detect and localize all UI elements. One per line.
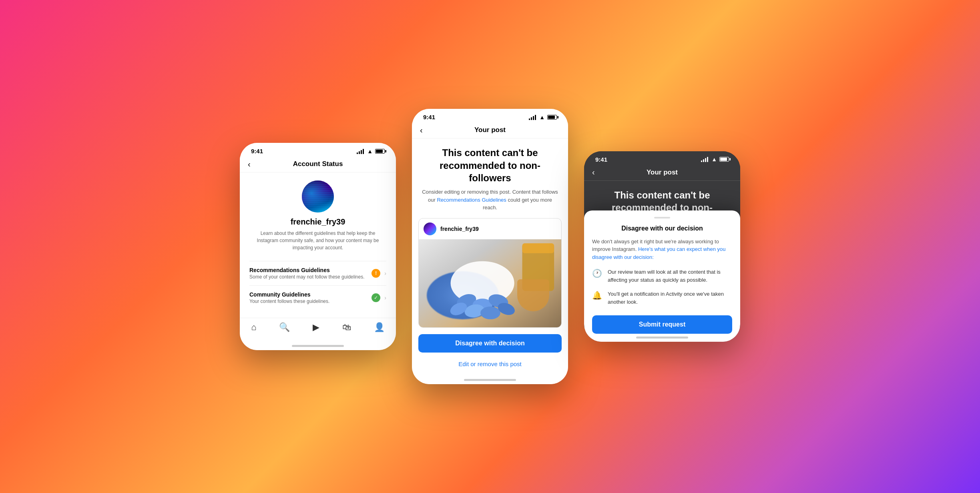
submit-request-button[interactable]: Submit request — [592, 315, 732, 334]
bottom-nav: ⌂ 🔍 ▶ 🛍 👤 — [240, 318, 396, 337]
phone-account-status: 9:41 ▲ ‹ Account Status frenchie_fry39 L… — [240, 143, 396, 350]
signal-icon-1 — [357, 148, 364, 154]
cant-recommend-desc: Consider editing or removing this post. … — [422, 188, 558, 212]
battery-icon-2 — [547, 115, 557, 120]
community-subtitle: Your content follows these guidelines. — [249, 299, 372, 304]
profile-icon[interactable]: 👤 — [374, 322, 385, 333]
battery-icon-1 — [375, 149, 385, 154]
chevron-right-icon: › — [384, 270, 386, 277]
nav-bar-1: ‹ Account Status — [240, 156, 396, 172]
avatar — [302, 180, 334, 212]
svg-point-7 — [480, 307, 500, 319]
phone-your-post: 9:41 ▲ ‹ Your post This content can't be… — [412, 109, 568, 384]
post-image — [419, 239, 561, 327]
status-time-2: 9:41 — [423, 114, 435, 120]
bottom-bar-2 — [412, 371, 568, 384]
nav-title-2: Your post — [474, 126, 506, 134]
modal-item-notification: 🔔 You'll get a notification in Activity … — [592, 290, 732, 306]
disagree-modal-sheet: Disagree with our decision We don't alwa… — [584, 210, 740, 342]
status-bar-1: 9:41 ▲ — [240, 143, 396, 156]
svg-point-3 — [455, 291, 478, 310]
nav-title-1: Account Status — [293, 160, 343, 168]
chevron-right-icon-2: › — [384, 295, 386, 301]
community-title: Community Guidelines — [249, 291, 372, 298]
wifi-icon-2: ▲ — [539, 114, 545, 120]
recommendations-title: Recommendations Guidelines — [249, 267, 372, 273]
nav-bar-3: ‹ Your post — [584, 164, 740, 181]
recommendations-subtitle: Some of your content may not follow thes… — [249, 274, 372, 280]
battery-icon-3 — [719, 157, 729, 162]
phone-disagree-modal: 9:41 ▲ ‹ Your post This content can't be… — [584, 151, 740, 342]
modal-item-review-text: Our review team will look at all the con… — [608, 268, 732, 284]
svg-rect-1 — [522, 243, 554, 253]
svg-rect-0 — [522, 243, 554, 291]
post-avatar — [424, 222, 436, 235]
status-icons-3: ▲ — [701, 156, 729, 162]
signal-icon-3 — [701, 156, 708, 162]
svg-point-8 — [448, 300, 469, 318]
reels-icon[interactable]: ▶ — [313, 322, 319, 333]
svg-point-9 — [496, 301, 516, 317]
signal-icon-2 — [529, 114, 536, 120]
shop-icon[interactable]: 🛍 — [342, 322, 351, 333]
bottom-bar-1 — [240, 337, 396, 350]
status-bar-2: 9:41 ▲ — [412, 109, 568, 122]
nav-bar-2: ‹ Your post — [412, 122, 568, 138]
svg-point-6 — [464, 303, 485, 319]
guidelines-list: Recommendations Guidelines Some of your … — [249, 261, 386, 310]
home-icon[interactable]: ⌂ — [251, 322, 256, 333]
back-button-1[interactable]: ‹ — [248, 160, 251, 169]
svg-point-2 — [451, 261, 514, 305]
status-icons-2: ▲ — [529, 114, 557, 120]
recommendations-guidelines-item[interactable]: Recommendations Guidelines Some of your … — [249, 261, 386, 285]
edit-remove-button[interactable]: Edit or remove this post — [412, 357, 568, 371]
wifi-icon-1: ▲ — [367, 148, 373, 154]
disagree-button[interactable]: Disagree with decision — [418, 334, 562, 353]
home-indicator-2 — [464, 379, 516, 381]
back-button-2[interactable]: ‹ — [420, 126, 423, 135]
svg-point-4 — [472, 299, 492, 311]
modal-item-notification-text: You'll get a notification in Activity on… — [608, 290, 732, 306]
account-status-content: frenchie_fry39 Learn about the different… — [240, 172, 396, 318]
home-indicator-1 — [292, 345, 344, 347]
modal-handle — [654, 217, 670, 218]
your-post-content: This content can't be recommended to non… — [412, 138, 568, 370]
home-indicator-3 — [636, 337, 688, 339]
svg-point-5 — [487, 292, 510, 310]
cant-recommend-title: This content can't be recommended to non… — [422, 146, 558, 184]
clock-icon: 🕐 — [592, 269, 602, 278]
wifi-icon-3: ▲ — [711, 156, 717, 162]
status-icons-1: ▲ — [357, 148, 385, 154]
warning-icon: ! — [372, 269, 380, 278]
check-icon: ✓ — [372, 293, 380, 302]
back-button-3[interactable]: ‹ — [592, 168, 595, 177]
username: frenchie_fry39 — [291, 217, 345, 226]
status-time-1: 9:41 — [251, 148, 263, 154]
search-icon[interactable]: 🔍 — [279, 322, 290, 333]
status-bar-3: 9:41 ▲ — [584, 151, 740, 164]
bell-icon: 🔔 — [592, 291, 602, 300]
account-description: Learn about the different guidelines tha… — [249, 230, 386, 251]
nav-title-3: Your post — [647, 168, 678, 176]
status-time-3: 9:41 — [595, 156, 607, 163]
post-card-username: frenchie_fry39 — [440, 226, 479, 232]
community-guidelines-item[interactable]: Community Guidelines Your content follow… — [249, 285, 386, 310]
modal-description: We don't always get it right but we're a… — [592, 238, 732, 261]
modal-title: Disagree with our decision — [592, 225, 732, 232]
recommendations-link[interactable]: Recommendations Guidelines — [437, 197, 506, 203]
modal-item-review: 🕐 Our review team will look at all the c… — [592, 268, 732, 284]
post-card: frenchie_fry39 — [418, 218, 562, 328]
